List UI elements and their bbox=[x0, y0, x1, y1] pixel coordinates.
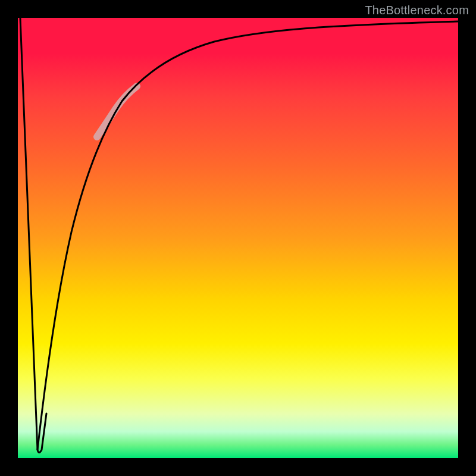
main-curve bbox=[37, 21, 458, 450]
plot-area bbox=[18, 18, 458, 458]
curve-layer bbox=[18, 18, 458, 458]
chart-frame: TheBottleneck.com bbox=[0, 0, 476, 476]
left-spike bbox=[20, 18, 46, 453]
highlight-segment bbox=[97, 86, 137, 137]
watermark-text: TheBottleneck.com bbox=[365, 4, 469, 17]
